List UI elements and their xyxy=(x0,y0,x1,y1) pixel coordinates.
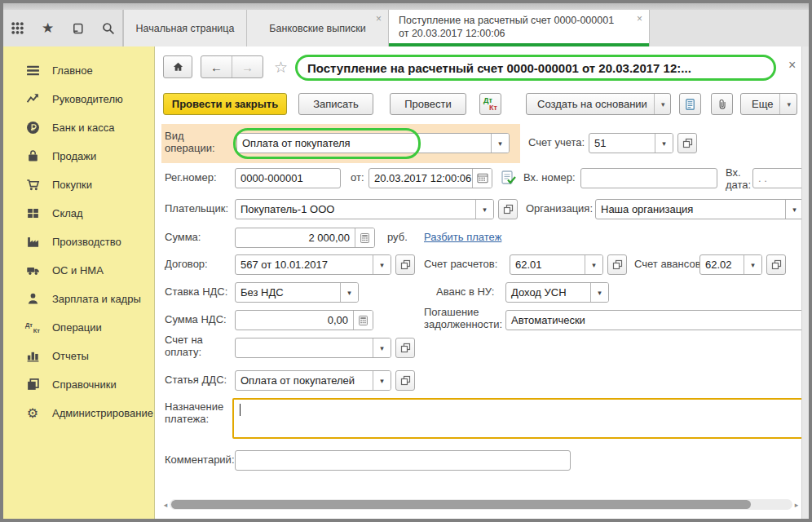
vertical-scroll-area[interactable] xyxy=(801,46,809,519)
sidebar-item-label: Продажи xyxy=(52,150,96,162)
post-button[interactable]: Провести xyxy=(390,93,466,115)
chevron-down-icon[interactable]: ▾ xyxy=(340,283,358,302)
sidebar-item-main[interactable]: Главное xyxy=(3,56,154,85)
dds-item-field[interactable]: Оплата от покупателей ▾ xyxy=(235,370,391,391)
organization-field[interactable]: Наша организация ▾ xyxy=(595,199,804,219)
calculator-button[interactable] xyxy=(353,311,373,330)
payment-purpose-textarea[interactable] xyxy=(232,398,804,439)
invoice-field[interactable]: ▾ xyxy=(235,338,391,358)
incoming-number-field[interactable] xyxy=(580,168,717,188)
tab-close-icon[interactable]: × xyxy=(376,14,382,24)
calculator-button[interactable] xyxy=(355,228,374,247)
search-button[interactable] xyxy=(99,18,118,39)
scrollbar-thumb[interactable] xyxy=(171,500,751,509)
sidebar-item-label: Зарплата и кадры xyxy=(52,293,141,305)
dds-item-open-button[interactable] xyxy=(395,370,415,391)
tab-home[interactable]: Начальная страница xyxy=(123,10,247,46)
tab-receipt-document[interactable]: Поступление на расчетный счет 0000-00000… xyxy=(389,10,650,46)
chevron-down-icon[interactable]: ▾ xyxy=(785,200,803,219)
chevron-down-icon[interactable]: ▾ xyxy=(373,371,391,390)
show-postings-button[interactable]: Дт Кт xyxy=(479,93,501,115)
favorite-star-icon[interactable]: ☆ xyxy=(274,58,288,77)
post-and-close-button[interactable]: Провести и закрыть xyxy=(163,93,287,115)
sidebar-item-manager[interactable]: Руководителю xyxy=(3,85,154,113)
tab-bank-statements[interactable]: Банковские выписки × xyxy=(247,10,389,46)
more-button[interactable]: Еще ▾ xyxy=(740,93,797,115)
sidebar-item-purchases[interactable]: Покупки xyxy=(3,170,154,199)
date-field[interactable]: 20.03.2017 12:00:06 xyxy=(368,168,492,188)
comment-field[interactable] xyxy=(235,450,571,471)
sidebar-item-production[interactable]: Производство xyxy=(3,228,154,256)
payment-purpose-label: Назначение платежа: xyxy=(165,400,233,426)
sidebar-item-sales[interactable]: Продажи xyxy=(3,142,154,170)
attachments-button[interactable] xyxy=(711,93,733,115)
section-sidebar: Главное Руководителю Банк и касса Продаж… xyxy=(3,46,155,519)
back-button[interactable]: ← xyxy=(201,56,232,77)
sidebar-item-warehouse[interactable]: Склад xyxy=(3,199,154,228)
incoming-date-field[interactable]: . . xyxy=(752,168,804,188)
incoming-number-label: Вх. номер: xyxy=(523,171,576,184)
advance-account-open-button[interactable] xyxy=(766,254,786,275)
invoice-open-button[interactable] xyxy=(395,338,415,358)
document-structure-button[interactable] xyxy=(679,93,701,115)
sidebar-item-label: ОС и НМА xyxy=(52,264,104,276)
vat-amount-field[interactable]: 0,00 xyxy=(235,310,373,330)
horizontal-scrollbar[interactable]: ◂ ▸ xyxy=(161,498,801,511)
payer-open-button[interactable] xyxy=(498,199,518,219)
text-cursor xyxy=(240,404,241,416)
sidebar-item-payroll-hr[interactable]: Зарплата и кадры xyxy=(3,285,154,313)
sidebar-item-directories[interactable]: Справочники xyxy=(3,370,154,399)
title-highlight-annotation: Поступление на расчетный счет 0000-00000… xyxy=(295,55,776,81)
account-open-button[interactable] xyxy=(677,133,697,153)
chevron-down-icon[interactable]: ▾ xyxy=(590,283,608,302)
vat-rate-label: Ставка НДС: xyxy=(165,285,227,298)
chevron-down-icon[interactable]: ▾ xyxy=(585,255,602,274)
home-button[interactable] xyxy=(163,55,192,78)
close-form-icon[interactable]: × xyxy=(788,58,796,73)
payer-field[interactable]: Покупатель-1 ООО ▾ xyxy=(235,199,494,219)
split-payment-link[interactable]: Разбить платеж xyxy=(424,231,501,243)
home-icon xyxy=(172,61,184,73)
chevron-down-icon[interactable]: ▾ xyxy=(475,200,493,219)
account-field[interactable]: 51 ▾ xyxy=(589,133,673,153)
menu-grid-button[interactable] xyxy=(8,18,28,39)
settlement-account-label: Счет расчетов: xyxy=(424,258,497,270)
calendar-button[interactable] xyxy=(472,169,492,188)
settlement-account-open-button[interactable] xyxy=(607,254,627,275)
advance-account-field[interactable]: 62.02 ▾ xyxy=(699,254,762,275)
amount-field[interactable]: 2 000,00 xyxy=(235,228,375,248)
sidebar-item-reports[interactable]: Отчеты xyxy=(3,342,154,370)
sidebar-item-administration[interactable]: ⚙ Администрирование xyxy=(3,399,154,427)
contract-open-button[interactable] xyxy=(395,254,415,275)
chevron-down-icon[interactable]: ▾ xyxy=(655,134,673,153)
sidebar-item-label: Руководителю xyxy=(52,93,123,105)
chevron-down-icon[interactable]: ▾ xyxy=(744,255,761,274)
debt-repayment-field[interactable]: Автоматически xyxy=(505,310,804,330)
operation-kind-field[interactable]: Оплата от покупателя ▾ xyxy=(236,133,510,153)
vat-rate-field[interactable]: Без НДС ▾ xyxy=(235,282,359,303)
scroll-right-icon[interactable]: ▸ xyxy=(792,501,801,509)
contract-field[interactable]: 567 от 10.01.2017 ▾ xyxy=(235,254,391,275)
sidebar-item-fixed-assets[interactable]: ОС и НМА xyxy=(3,256,154,285)
sidebar-item-label: Склад xyxy=(52,207,83,219)
forward-button[interactable]: → xyxy=(232,56,263,77)
scroll-left-icon[interactable]: ◂ xyxy=(161,501,170,509)
chevron-down-icon[interactable]: ▾ xyxy=(491,134,509,153)
tab-close-icon[interactable]: × xyxy=(637,14,642,24)
debt-repayment-label: Погашение задолженности: xyxy=(424,306,505,331)
document-form: ← → ☆ Поступление на расчетный счет 0000… xyxy=(155,46,809,519)
chevron-down-icon[interactable]: ▾ xyxy=(373,338,391,357)
scrollbar-track[interactable] xyxy=(170,499,792,510)
contract-label: Договор: xyxy=(165,258,208,270)
sidebar-item-bank-cash[interactable]: Банк и касса xyxy=(3,113,154,142)
settlement-account-field[interactable]: 62.01 ▾ xyxy=(510,254,603,275)
write-button[interactable]: Записать xyxy=(298,93,373,115)
reg-number-field[interactable]: 0000-000001 xyxy=(235,168,341,188)
sidebar-item-label: Покупки xyxy=(52,179,92,191)
favorites-button[interactable]: ★ xyxy=(38,18,58,39)
chevron-down-icon[interactable]: ▾ xyxy=(373,255,391,274)
sidebar-item-operations[interactable]: ДтКт Операции xyxy=(3,313,154,342)
advance-nu-field[interactable]: Доход УСН ▾ xyxy=(505,282,609,303)
history-button[interactable] xyxy=(68,18,88,39)
create-on-basis-button[interactable]: Создать на основании ▾ xyxy=(526,93,671,115)
